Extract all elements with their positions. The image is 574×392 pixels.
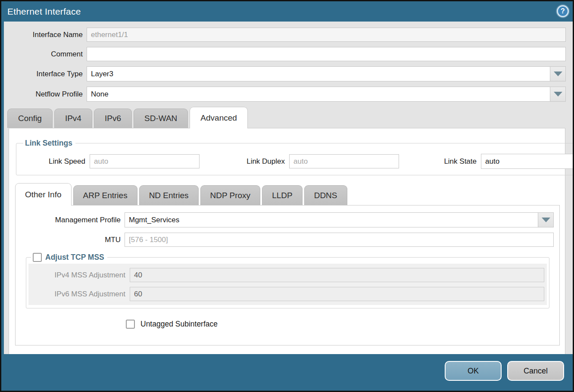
mtu-row: MTU bbox=[16, 233, 554, 247]
other-info-panel: Management Profile Mgmt_Services MTU bbox=[15, 205, 560, 345]
netflow-profile-value[interactable]: None bbox=[87, 87, 550, 102]
tab-config[interactable]: Config bbox=[7, 109, 53, 128]
untagged-subinterface-checkbox[interactable] bbox=[126, 320, 135, 329]
link-duplex-input[interactable] bbox=[289, 154, 399, 168]
interface-type-dropdown-button[interactable] bbox=[550, 66, 566, 81]
interface-type-dropdown[interactable]: Layer3 bbox=[87, 66, 566, 81]
interface-name-input bbox=[87, 28, 566, 42]
interface-name-row: Interface Name bbox=[4, 28, 566, 42]
ipv4-mss-label: IPv4 MSS Adjustment bbox=[28, 271, 130, 280]
help-glyph: ? bbox=[561, 7, 565, 15]
ipv6-mss-label: IPv6 MSS Adjustment bbox=[28, 290, 130, 299]
chevron-down-icon bbox=[554, 92, 562, 96]
ipv6-mss-input: 60 bbox=[130, 287, 544, 301]
dialog-titlebar: Ethernet Interface ? bbox=[1, 1, 573, 22]
ipv6-mss-row: IPv6 MSS Adjustment 60 bbox=[28, 287, 547, 301]
link-state-label: Link State bbox=[426, 157, 481, 166]
dialog-footer: OK Cancel bbox=[1, 354, 573, 391]
ethernet-interface-dialog: Ethernet Interface ? Interface Name Comm… bbox=[1, 1, 573, 391]
tab-ipv4[interactable]: IPv4 bbox=[54, 109, 92, 128]
inner-tab-arp-entries[interactable]: ARP Entries bbox=[73, 185, 137, 205]
link-settings-row: Link Speed Link Duplex Link State auto bbox=[21, 154, 573, 169]
netflow-profile-row: Netflow Profile None bbox=[4, 87, 566, 102]
chevron-down-icon bbox=[554, 72, 562, 76]
advanced-tab-panel: Link Settings Link Speed Link Duplex Lin… bbox=[9, 128, 565, 354]
link-speed-input[interactable] bbox=[90, 154, 200, 168]
ipv4-mss-row: IPv4 MSS Adjustment 40 bbox=[28, 268, 547, 282]
adjust-tcp-mss-fieldset: Adjust TCP MSS IPv4 MSS Adjustment 40 IP… bbox=[26, 253, 549, 308]
dialog-title: Ethernet Interface bbox=[7, 6, 81, 17]
untagged-subinterface-row: Untagged Subinterface bbox=[126, 320, 554, 329]
link-duplex-label: Link Duplex bbox=[220, 157, 289, 166]
link-state-value[interactable]: auto bbox=[481, 154, 573, 169]
tab-sd-wan[interactable]: SD-WAN bbox=[134, 109, 188, 128]
help-icon[interactable]: ? bbox=[557, 5, 569, 17]
ipv4-mss-input: 40 bbox=[130, 268, 544, 282]
inner-tab-other-info[interactable]: Other Info bbox=[15, 183, 72, 205]
tab-ipv6[interactable]: IPv6 bbox=[94, 109, 132, 128]
cancel-button[interactable]: Cancel bbox=[507, 361, 564, 381]
comment-label: Comment bbox=[4, 50, 87, 59]
other-info-tabs: Other Info ARP Entries ND Entries NDP Pr… bbox=[15, 183, 565, 205]
mss-disabled-block: IPv4 MSS Adjustment 40 IPv6 MSS Adjustme… bbox=[28, 264, 547, 305]
inner-tab-nd-entries[interactable]: ND Entries bbox=[139, 185, 199, 205]
adjust-tcp-mss-legend-text: Adjust TCP MSS bbox=[45, 253, 104, 262]
link-settings-fieldset: Link Settings Link Speed Link Duplex Lin… bbox=[16, 139, 573, 175]
link-settings-legend: Link Settings bbox=[23, 139, 75, 148]
mtu-label: MTU bbox=[16, 236, 125, 244]
comment-input[interactable] bbox=[87, 47, 566, 61]
inner-tab-lldp[interactable]: LLDP bbox=[262, 185, 303, 205]
adjust-tcp-mss-checkbox[interactable] bbox=[33, 253, 42, 262]
inner-tab-ddns[interactable]: DDNS bbox=[304, 185, 347, 205]
netflow-profile-dropdown-button[interactable] bbox=[550, 87, 566, 102]
interface-type-label: Interface Type bbox=[4, 70, 87, 78]
untagged-subinterface-label: Untagged Subinterface bbox=[140, 320, 218, 329]
management-profile-dropdown[interactable]: Mgmt_Services bbox=[125, 212, 554, 227]
interface-type-value[interactable]: Layer3 bbox=[87, 66, 550, 81]
management-profile-dropdown-button[interactable] bbox=[538, 212, 554, 227]
netflow-profile-dropdown[interactable]: None bbox=[87, 87, 566, 102]
management-profile-row: Management Profile Mgmt_Services bbox=[16, 212, 554, 227]
interface-name-label: Interface Name bbox=[4, 31, 87, 39]
comment-row: Comment bbox=[4, 47, 566, 61]
main-tabs: Config IPv4 IPv6 SD-WAN Advanced bbox=[7, 107, 566, 128]
ok-button[interactable]: OK bbox=[445, 361, 502, 381]
link-speed-label: Link Speed bbox=[21, 157, 90, 166]
interface-type-row: Interface Type Layer3 bbox=[4, 66, 566, 81]
management-profile-value[interactable]: Mgmt_Services bbox=[125, 212, 538, 227]
chevron-down-icon bbox=[542, 218, 550, 222]
tab-advanced[interactable]: Advanced bbox=[190, 107, 248, 128]
adjust-tcp-mss-legend: Adjust TCP MSS bbox=[31, 253, 107, 262]
mtu-input[interactable] bbox=[125, 233, 554, 247]
netflow-profile-label: Netflow Profile bbox=[4, 90, 87, 99]
management-profile-label: Management Profile bbox=[16, 216, 125, 224]
dialog-body: Interface Name Comment Interface Type La… bbox=[4, 22, 573, 354]
link-state-dropdown[interactable]: auto bbox=[481, 154, 573, 169]
inner-tab-ndp-proxy[interactable]: NDP Proxy bbox=[200, 185, 261, 205]
